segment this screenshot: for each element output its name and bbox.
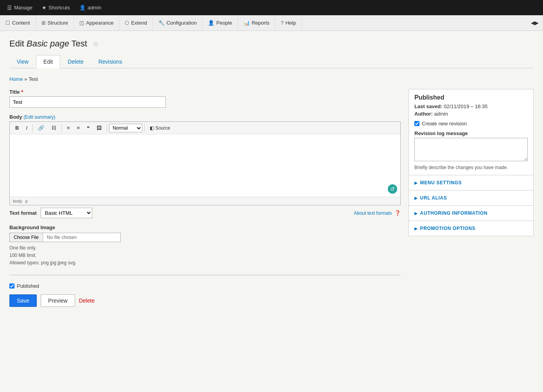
editor-toolbar: B I 🔗 ⛓ ≡ ≡ ❝ 🖼 Normal Heading 1 [10, 122, 400, 134]
nav-extend[interactable]: ⬡ Extend [119, 15, 152, 31]
url-alias-toggle[interactable]: ▶ URL ALIAS [409, 191, 533, 205]
create-revision-label: Create new revision [422, 121, 467, 127]
title-label: Title * [9, 89, 401, 95]
reports-icon: 📊 [244, 20, 250, 26]
revision-help-text: Briefly describe the changes you have ma… [414, 165, 528, 170]
star-icon: ★ [42, 5, 47, 11]
admin-user-button[interactable]: 👤 admin [75, 0, 105, 15]
configuration-icon: 🔧 [158, 20, 165, 26]
text-format-select[interactable]: Basic HTML Full HTML Restricted HTML Pla… [41, 208, 92, 218]
promotion-section: ▶ PROMOTION OPTIONS [409, 221, 533, 236]
link-button[interactable]: 🔗 [35, 123, 47, 132]
help-circle-icon: ❓ [394, 210, 401, 216]
bg-image-label: Background Image [9, 225, 401, 230]
title-input[interactable] [9, 96, 166, 108]
action-buttons: Save Preview Delete [9, 294, 401, 307]
create-revision-checkbox[interactable] [414, 121, 419, 126]
hamburger-icon: ☰ [7, 5, 12, 11]
promotion-toggle[interactable]: ▶ PROMOTION OPTIONS [409, 221, 533, 236]
toolbar-separator-4 [144, 124, 145, 132]
image-button[interactable]: 🖼 [93, 123, 105, 132]
about-formats-link[interactable]: About text formats [354, 210, 392, 216]
user-icon: 👤 [79, 5, 86, 11]
published-label: Published [17, 283, 39, 289]
italic-button[interactable]: I [23, 123, 30, 132]
revision-log-label: Revision log message [414, 130, 528, 136]
text-format-label: Text format [9, 210, 37, 216]
sidebar: Published Last saved: 02/11/2019 – 16:35… [409, 89, 534, 240]
tabs-row: View Edit Delete Revisions [9, 55, 534, 68]
toolbar-separator-2 [61, 124, 62, 132]
nav-collapse[interactable]: ◀▶ [527, 15, 543, 31]
nav-help[interactable]: ? Help [275, 15, 302, 31]
toolbar-separator-1 [32, 124, 33, 132]
breadcrumb-separator: » [24, 76, 27, 82]
url-alias-section: ▶ URL ALIAS [409, 190, 533, 205]
editor-status-bar: body p [10, 197, 400, 205]
manage-menu-button[interactable]: ☰ Manage [3, 0, 36, 15]
published-status: Published [414, 94, 528, 101]
tab-revisions[interactable]: Revisions [91, 55, 130, 68]
extend-icon: ⬡ [125, 20, 129, 26]
form-divider [9, 275, 401, 275]
preview-button[interactable]: Preview [41, 294, 75, 307]
authoring-section: ▶ AUTHORING INFORMATION [409, 205, 533, 221]
body-editor: B I 🔗 ⛓ ≡ ≡ ❝ 🖼 Normal Heading 1 [9, 121, 401, 205]
blockquote-button[interactable]: ❝ [84, 123, 93, 132]
content-icon: ☐ [5, 20, 10, 26]
page-content: Edit Basic page Test ☆ View Edit Delete … [0, 31, 543, 392]
chevron-right-icon-3: ▶ [414, 211, 418, 216]
refresh-button[interactable]: ↺ [388, 184, 397, 194]
admin-bar: ☰ Manage ★ Shortcuts 👤 admin [0, 0, 543, 15]
format-dropdown[interactable]: Normal Heading 1 Heading 2 Heading 3 [109, 124, 142, 132]
tab-view[interactable]: View [9, 55, 36, 68]
edit-summary-link[interactable]: (Edit summary) [23, 114, 55, 120]
secondary-nav: ☐ Content ⊞ Structure ◫ Appearance ⬡ Ext… [0, 15, 543, 31]
breadcrumb: Home » Test [9, 76, 534, 82]
body-label: Body (Edit summary) [9, 114, 401, 120]
create-revision-row: Create new revision [414, 121, 528, 127]
menu-settings-toggle[interactable]: ▶ MENU SETTINGS [409, 175, 533, 190]
appearance-icon: ◫ [79, 20, 84, 26]
author-line: Author: admin [414, 111, 528, 117]
breadcrumb-current: Test [29, 76, 38, 82]
chevron-right-icon-4: ▶ [414, 226, 418, 231]
menu-settings-section: ▶ MENU SETTINGS [409, 175, 533, 190]
unordered-list-button[interactable]: ≡ [64, 123, 73, 132]
chevron-right-icon: ▶ [414, 181, 418, 185]
title-required: * [21, 89, 23, 95]
file-name-display: No file chosen [43, 233, 121, 242]
bold-button[interactable]: B [12, 123, 22, 132]
nav-appearance[interactable]: ◫ Appearance [74, 15, 119, 31]
shortcuts-button[interactable]: ★ Shortcuts [38, 0, 74, 15]
file-input-row: Choose File No file chosen [9, 233, 401, 242]
breadcrumb-home[interactable]: Home [9, 76, 23, 82]
revision-log-textarea[interactable] [414, 138, 528, 161]
nav-people[interactable]: 👤 People [203, 15, 238, 31]
form-area: Title * Body (Edit summary) B I � [9, 89, 401, 307]
main-layout: Title * Body (Edit summary) B I � [9, 89, 534, 307]
file-help-text: One file only. 100 MB limit. Allowed typ… [9, 244, 401, 267]
bookmark-star-icon[interactable]: ☆ [93, 40, 99, 48]
source-icon: ◧ [150, 125, 154, 131]
published-checkbox[interactable] [9, 283, 14, 289]
tab-edit[interactable]: Edit [36, 55, 60, 68]
editor-content-area[interactable]: ↺ [10, 134, 400, 197]
delete-link[interactable]: Delete [79, 298, 95, 304]
ordered-list-button[interactable]: ≡ [74, 123, 83, 132]
nav-configuration[interactable]: 🔧 Configuration [153, 15, 203, 31]
source-button[interactable]: ◧ Source [147, 124, 173, 132]
chevron-right-icon-2: ▶ [414, 196, 418, 200]
tab-delete[interactable]: Delete [60, 55, 91, 68]
help-icon: ? [281, 20, 283, 26]
nav-reports[interactable]: 📊 Reports [238, 15, 276, 31]
nav-content[interactable]: ☐ Content [0, 15, 36, 31]
save-button[interactable]: Save [9, 294, 37, 307]
nav-structure[interactable]: ⊞ Structure [36, 15, 74, 31]
text-format-row: Text format Basic HTML Full HTML Restric… [9, 208, 401, 218]
title-field-group: Title * [9, 89, 401, 108]
unlink-button[interactable]: ⛓ [48, 123, 59, 132]
authoring-toggle[interactable]: ▶ AUTHORING INFORMATION [409, 206, 533, 221]
choose-file-button[interactable]: Choose File [9, 233, 43, 242]
collapse-icon: ◀▶ [531, 20, 539, 26]
